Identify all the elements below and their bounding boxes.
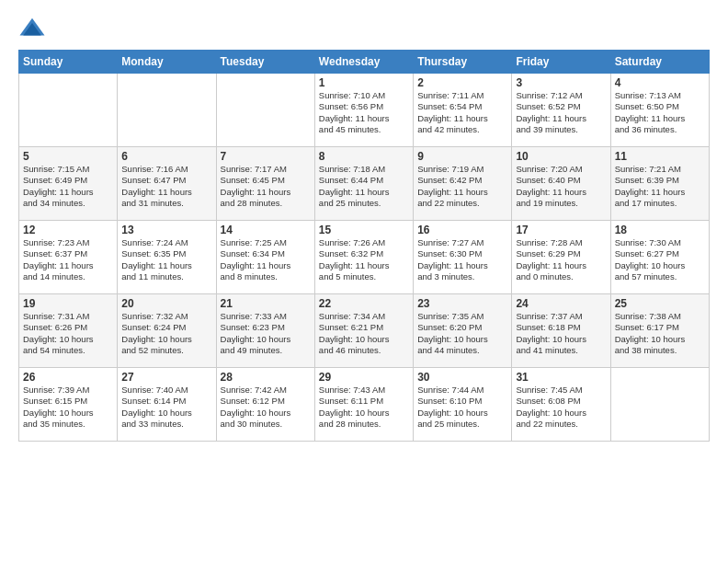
calendar-cell: 16Sunrise: 7:27 AM Sunset: 6:30 PM Dayli… [414,221,512,294]
calendar-table: Sunday Monday Tuesday Wednesday Thursday… [18,50,710,442]
col-wednesday: Wednesday [314,51,413,74]
logo-icon [18,15,46,42]
col-sunday: Sunday [19,51,118,74]
day-info: Sunrise: 7:43 AM Sunset: 6:11 PM Dayligh… [319,385,409,430]
calendar-cell: 11Sunrise: 7:21 AM Sunset: 6:39 PM Dayli… [610,147,709,221]
calendar-cell: 27Sunrise: 7:40 AM Sunset: 6:14 PM Dayli… [118,368,216,442]
logo [18,15,50,42]
day-info: Sunrise: 7:26 AM Sunset: 6:32 PM Dayligh… [319,237,409,282]
day-info: Sunrise: 7:38 AM Sunset: 6:17 PM Dayligh… [615,311,705,356]
calendar-cell: 5Sunrise: 7:15 AM Sunset: 6:49 PM Daylig… [19,147,118,221]
day-number: 17 [516,224,606,236]
day-number: 20 [121,297,211,310]
calendar-cell: 4Sunrise: 7:13 AM Sunset: 6:50 PM Daylig… [610,74,709,147]
day-number: 8 [319,150,409,163]
day-number: 24 [516,297,606,310]
day-info: Sunrise: 7:30 AM Sunset: 6:27 PM Dayligh… [615,237,705,282]
calendar-cell: 20Sunrise: 7:32 AM Sunset: 6:24 PM Dayli… [118,294,216,368]
calendar-cell: 24Sunrise: 7:37 AM Sunset: 6:18 PM Dayli… [512,294,610,368]
day-number: 28 [221,371,311,384]
calendar-cell [19,74,118,147]
calendar-cell [610,368,709,442]
col-friday: Friday [512,51,610,74]
header [18,15,710,42]
calendar-cell: 31Sunrise: 7:45 AM Sunset: 6:08 PM Dayli… [512,368,610,442]
day-number: 22 [319,297,409,310]
day-info: Sunrise: 7:34 AM Sunset: 6:21 PM Dayligh… [319,311,409,356]
day-number: 15 [319,224,409,236]
calendar-cell: 15Sunrise: 7:26 AM Sunset: 6:32 PM Dayli… [314,221,413,294]
calendar-week-row: 26Sunrise: 7:39 AM Sunset: 6:15 PM Dayli… [19,368,710,442]
day-info: Sunrise: 7:42 AM Sunset: 6:12 PM Dayligh… [221,385,311,430]
day-info: Sunrise: 7:44 AM Sunset: 6:10 PM Dayligh… [417,385,507,430]
calendar-cell: 26Sunrise: 7:39 AM Sunset: 6:15 PM Dayli… [19,368,118,442]
calendar-cell: 19Sunrise: 7:31 AM Sunset: 6:26 PM Dayli… [19,294,118,368]
day-info: Sunrise: 7:18 AM Sunset: 6:44 PM Dayligh… [319,164,409,209]
day-info: Sunrise: 7:33 AM Sunset: 6:23 PM Dayligh… [221,311,311,356]
day-number: 21 [221,297,311,310]
day-info: Sunrise: 7:27 AM Sunset: 6:30 PM Dayligh… [417,237,507,282]
col-monday: Monday [118,51,216,74]
day-number: 3 [516,76,606,89]
page: Sunday Monday Tuesday Wednesday Thursday… [0,0,728,563]
calendar-cell: 8Sunrise: 7:18 AM Sunset: 6:44 PM Daylig… [314,147,413,221]
day-info: Sunrise: 7:35 AM Sunset: 6:20 PM Dayligh… [417,311,507,356]
calendar-cell: 23Sunrise: 7:35 AM Sunset: 6:20 PM Dayli… [414,294,512,368]
calendar-cell: 13Sunrise: 7:24 AM Sunset: 6:35 PM Dayli… [118,221,216,294]
calendar-cell [118,74,216,147]
col-saturday: Saturday [610,51,709,74]
day-info: Sunrise: 7:32 AM Sunset: 6:24 PM Dayligh… [121,311,211,356]
day-info: Sunrise: 7:19 AM Sunset: 6:42 PM Dayligh… [417,164,507,209]
day-info: Sunrise: 7:31 AM Sunset: 6:26 PM Dayligh… [23,311,113,356]
calendar-cell: 10Sunrise: 7:20 AM Sunset: 6:40 PM Dayli… [512,147,610,221]
calendar-cell: 12Sunrise: 7:23 AM Sunset: 6:37 PM Dayli… [19,221,118,294]
day-number: 9 [417,150,507,163]
calendar-cell: 18Sunrise: 7:30 AM Sunset: 6:27 PM Dayli… [610,221,709,294]
day-number: 18 [615,224,705,236]
calendar-cell: 30Sunrise: 7:44 AM Sunset: 6:10 PM Dayli… [414,368,512,442]
day-number: 4 [615,76,705,89]
day-number: 27 [121,371,211,384]
day-number: 11 [615,150,705,163]
col-tuesday: Tuesday [216,51,314,74]
day-number: 30 [417,371,507,384]
calendar-cell [216,74,314,147]
day-info: Sunrise: 7:39 AM Sunset: 6:15 PM Dayligh… [23,385,113,430]
calendar-cell: 28Sunrise: 7:42 AM Sunset: 6:12 PM Dayli… [216,368,314,442]
day-info: Sunrise: 7:16 AM Sunset: 6:47 PM Dayligh… [121,164,211,209]
calendar-cell: 9Sunrise: 7:19 AM Sunset: 6:42 PM Daylig… [414,147,512,221]
day-number: 5 [23,150,113,163]
day-number: 16 [417,224,507,236]
day-number: 1 [319,76,409,89]
day-info: Sunrise: 7:10 AM Sunset: 6:56 PM Dayligh… [319,90,409,135]
day-number: 2 [417,76,507,89]
day-number: 19 [23,297,113,310]
calendar-cell: 21Sunrise: 7:33 AM Sunset: 6:23 PM Dayli… [216,294,314,368]
day-info: Sunrise: 7:28 AM Sunset: 6:29 PM Dayligh… [516,237,606,282]
calendar-cell: 6Sunrise: 7:16 AM Sunset: 6:47 PM Daylig… [118,147,216,221]
calendar-week-row: 19Sunrise: 7:31 AM Sunset: 6:26 PM Dayli… [19,294,710,368]
day-number: 25 [615,297,705,310]
day-number: 13 [121,224,211,236]
calendar-cell: 29Sunrise: 7:43 AM Sunset: 6:11 PM Dayli… [314,368,413,442]
day-info: Sunrise: 7:37 AM Sunset: 6:18 PM Dayligh… [516,311,606,356]
day-info: Sunrise: 7:13 AM Sunset: 6:50 PM Dayligh… [615,90,705,135]
calendar-cell: 7Sunrise: 7:17 AM Sunset: 6:45 PM Daylig… [216,147,314,221]
day-info: Sunrise: 7:25 AM Sunset: 6:34 PM Dayligh… [221,237,311,282]
day-info: Sunrise: 7:15 AM Sunset: 6:49 PM Dayligh… [23,164,113,209]
day-info: Sunrise: 7:21 AM Sunset: 6:39 PM Dayligh… [615,164,705,209]
day-number: 31 [516,371,606,384]
day-info: Sunrise: 7:20 AM Sunset: 6:40 PM Dayligh… [516,164,606,209]
day-number: 29 [319,371,409,384]
calendar-cell: 2Sunrise: 7:11 AM Sunset: 6:54 PM Daylig… [414,74,512,147]
calendar-cell: 25Sunrise: 7:38 AM Sunset: 6:17 PM Dayli… [610,294,709,368]
calendar-week-row: 5Sunrise: 7:15 AM Sunset: 6:49 PM Daylig… [19,147,710,221]
calendar-cell: 14Sunrise: 7:25 AM Sunset: 6:34 PM Dayli… [216,221,314,294]
calendar-header-row: Sunday Monday Tuesday Wednesday Thursday… [19,51,710,74]
calendar-cell: 17Sunrise: 7:28 AM Sunset: 6:29 PM Dayli… [512,221,610,294]
day-number: 26 [23,371,113,384]
day-info: Sunrise: 7:17 AM Sunset: 6:45 PM Dayligh… [221,164,311,209]
day-info: Sunrise: 7:12 AM Sunset: 6:52 PM Dayligh… [516,90,606,135]
day-info: Sunrise: 7:24 AM Sunset: 6:35 PM Dayligh… [121,237,211,282]
day-number: 23 [417,297,507,310]
